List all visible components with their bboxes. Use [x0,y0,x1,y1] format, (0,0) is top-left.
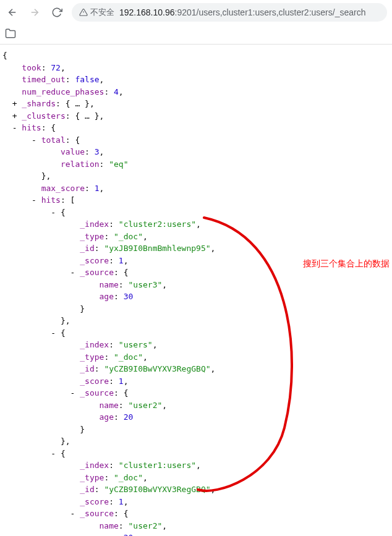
collapse-toggle[interactable]: - [70,388,80,398]
collapse-toggle[interactable]: - [32,135,41,145]
folder-icon[interactable] [5,28,16,41]
collapse-toggle[interactable]: - [51,449,61,458]
collapse-toggle[interactable]: - [51,328,61,338]
security-badge[interactable]: 不安全 [79,7,114,18]
warning-icon [79,8,88,17]
collapse-toggle[interactable]: - [70,268,80,277]
json-viewer: { took: 72, timed_out: false, num_reduce… [0,45,392,536]
tab-strip [0,25,392,45]
collapse-toggle[interactable]: - [12,123,22,132]
forward-button[interactable] [27,5,42,20]
collapse-toggle[interactable]: - [32,195,41,205]
url-text: 192.168.10.96:9201/users,cluster1:users,… [119,7,365,17]
reload-button[interactable] [49,5,64,20]
address-bar[interactable]: 不安全 192.168.10.96:9201/users,cluster1:us… [72,3,387,22]
browser-toolbar: 不安全 192.168.10.96:9201/users,cluster1:us… [0,0,392,25]
collapse-toggle[interactable]: - [70,509,80,518]
expand-toggle[interactable]: + [12,111,22,121]
collapse-toggle[interactable]: - [51,208,61,217]
insecure-label: 不安全 [90,7,114,18]
expand-toggle[interactable]: + [12,99,22,108]
annotation-text: 搜到三个集合上的数据 [303,258,390,270]
back-button[interactable] [5,5,20,20]
